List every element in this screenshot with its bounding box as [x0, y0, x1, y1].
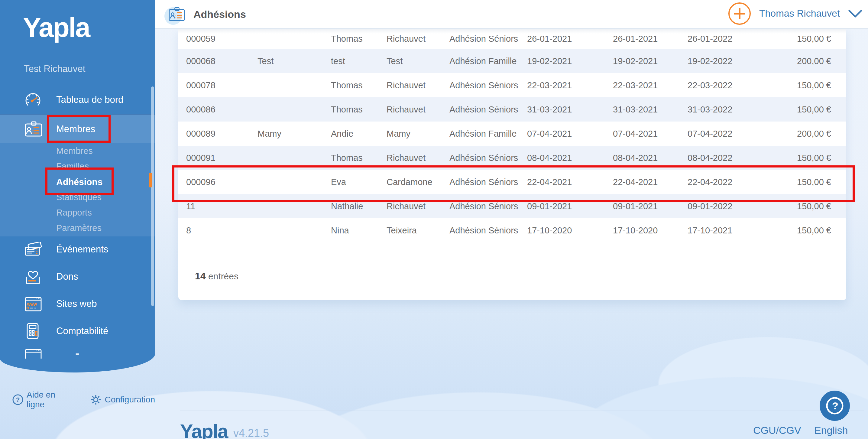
entries-count: 14 entrées [195, 271, 239, 282]
organization-name: Test Richauvet [24, 63, 85, 75]
cell-type: Adhésion Séniors [450, 81, 527, 90]
sidebar-item-label: Dons [56, 271, 78, 282]
cell-last: Test [386, 56, 450, 66]
cell-num: 000059 [178, 34, 257, 44]
submenu-item-statistiques[interactable]: Statistiques [0, 189, 155, 205]
cell-type: Adhésion Séniors [450, 177, 527, 187]
sidebar-item-dons[interactable]: Dons [0, 263, 155, 290]
table-row[interactable]: 11NathalieRichauvetAdhésion Séniors09-01… [178, 194, 846, 218]
online-help-link[interactable]: ? Aide en ligne [12, 390, 73, 409]
sidebar-item-membres[interactable]: Membres [0, 114, 155, 144]
cell-num: 8 [178, 226, 257, 236]
cell-first: Nina [331, 226, 386, 236]
cell-type: Adhésion Séniors [450, 201, 527, 211]
cell-type: Adhésion Famille [450, 129, 527, 139]
cell-last: Mamy [386, 129, 450, 139]
cell-amount: 150,00 € [777, 81, 846, 90]
table-row[interactable]: 000078ThomasRichauvetAdhésion Séniors22-… [178, 73, 846, 97]
submenu-item-rapports[interactable]: Rapports [0, 205, 155, 221]
cell-type: Adhésion Séniors [450, 105, 527, 115]
gear-icon [90, 394, 101, 405]
cell-amount: 150,00 € [777, 34, 846, 44]
cell-last: Teixeira [386, 226, 450, 236]
sidebar-footer: ? Aide en ligne Configuration [0, 392, 155, 408]
submenu-item-familles[interactable]: Familles [0, 159, 155, 174]
browser-icon: www [24, 296, 42, 312]
table-row[interactable]: 000089MamyAndieMamyAdhésion Famille07-04… [178, 121, 846, 146]
adhesions-table-card: 000059ThomasRichauvetAdhésion Séniors26-… [178, 29, 846, 300]
adhesions-card-icon [168, 6, 186, 22]
cell-date_payment: 09-01-2021 [613, 201, 688, 211]
active-item-indicator [149, 173, 152, 187]
cell-amount: 150,00 € [777, 153, 846, 163]
cell-first: Thomas [331, 34, 386, 44]
cell-first: Thomas [331, 81, 386, 90]
cell-type: Adhésion Famille [450, 56, 527, 66]
table-row[interactable]: 000059ThomasRichauvetAdhésion Séniors26-… [178, 29, 846, 49]
cell-last: Cardamone [386, 177, 450, 187]
cell-amount: 150,00 € [777, 177, 846, 187]
clipped-nav-icon [24, 348, 42, 358]
cell-date_end: 09-01-2022 [688, 201, 777, 211]
speedometer-icon [24, 91, 42, 109]
submenu-item-adhesions[interactable]: Adhésions [0, 174, 155, 189]
cell-first: Eva [331, 177, 386, 187]
cell-amount: 200,00 € [777, 129, 846, 139]
cell-date_payment: 17-10-2020 [613, 226, 688, 236]
footer-yapla-logo: Yapla [180, 420, 227, 439]
cell-last: Richauvet [386, 34, 450, 44]
help-circle-icon: ? [12, 394, 24, 405]
sidebar-item-label: Tableau de bord [56, 94, 123, 105]
help-floating-button[interactable]: ? [819, 391, 850, 421]
cgu-cgv-link[interactable]: CGU/CGV [753, 425, 801, 436]
configuration-link[interactable]: Configuration [90, 394, 155, 405]
member-card-icon [24, 120, 43, 138]
cell-last: Richauvet [386, 153, 450, 163]
table-row[interactable]: 8NinaTeixeiraAdhésion Séniors17-10-20201… [178, 218, 846, 242]
table-row[interactable]: 000068TesttestTestAdhésion Famille19-02-… [178, 49, 846, 73]
cell-date_start: 07-04-2021 [527, 129, 613, 139]
ticket-icon [24, 242, 42, 257]
cell-date_end: 31-03-2022 [688, 105, 777, 115]
page: Yapla Test Richauvet Tableau de bord [0, 0, 868, 439]
svg-text:?: ? [16, 397, 20, 403]
cell-date_start: 22-03-2021 [527, 81, 613, 90]
cell-date_end: 26-01-2022 [688, 34, 777, 44]
cell-date_start: 22-04-2021 [527, 177, 613, 187]
user-name: Thomas Richauvet [759, 8, 840, 19]
submenu-item-parametres[interactable]: Paramètres [0, 221, 155, 236]
sidebar-item-evenements[interactable]: Événements [0, 236, 155, 263]
sidebar-item-sites-web[interactable]: www Sites web [0, 290, 155, 318]
cell-num: 000078 [178, 81, 257, 90]
cell-name2: Mamy [257, 129, 331, 139]
cell-date_start: 26-01-2021 [527, 34, 613, 44]
page-title-icon-wrap [167, 4, 188, 25]
table-row[interactable]: 000096EvaCardamoneAdhésion Séniors22-04-… [178, 170, 846, 194]
cell-name2: Test [257, 56, 331, 66]
cell-date_end: 19-02-2022 [688, 56, 777, 66]
svg-text:?: ? [832, 400, 838, 411]
table-row[interactable]: 000086ThomasRichauvetAdhésion Séniors31-… [178, 97, 846, 121]
user-menu[interactable]: Thomas Richauvet [759, 8, 862, 19]
cell-num: 000086 [178, 105, 257, 115]
footer-divider [180, 411, 864, 411]
sidebar-scrollbar[interactable] [151, 86, 154, 306]
cell-last: Richauvet [386, 81, 450, 90]
cell-num: 000091 [178, 153, 257, 163]
cell-date_payment: 22-04-2021 [613, 177, 688, 187]
cell-first: Thomas [331, 153, 386, 163]
cell-first: Nathalie [331, 201, 386, 211]
cell-first: Thomas [331, 105, 386, 115]
sidebar-item-tableau-de-bord[interactable]: Tableau de bord [0, 86, 155, 113]
add-button[interactable] [728, 2, 751, 25]
cell-date_start: 31-03-2021 [527, 105, 613, 115]
sidebar-item-comptabilite[interactable]: Comptabilité [0, 318, 155, 345]
cell-num: 11 [178, 201, 257, 211]
sidebar-item-label: Membres [56, 124, 95, 135]
language-link[interactable]: English [814, 425, 848, 436]
cell-last: Richauvet [386, 201, 450, 211]
clipped-nav-label-fragment [75, 353, 79, 355]
table-row[interactable]: 000091ThomasRichauvetAdhésion Séniors08-… [178, 146, 846, 170]
submenu-item-membres[interactable]: Membres [0, 143, 155, 159]
cell-date_payment: 26-01-2021 [613, 34, 688, 44]
